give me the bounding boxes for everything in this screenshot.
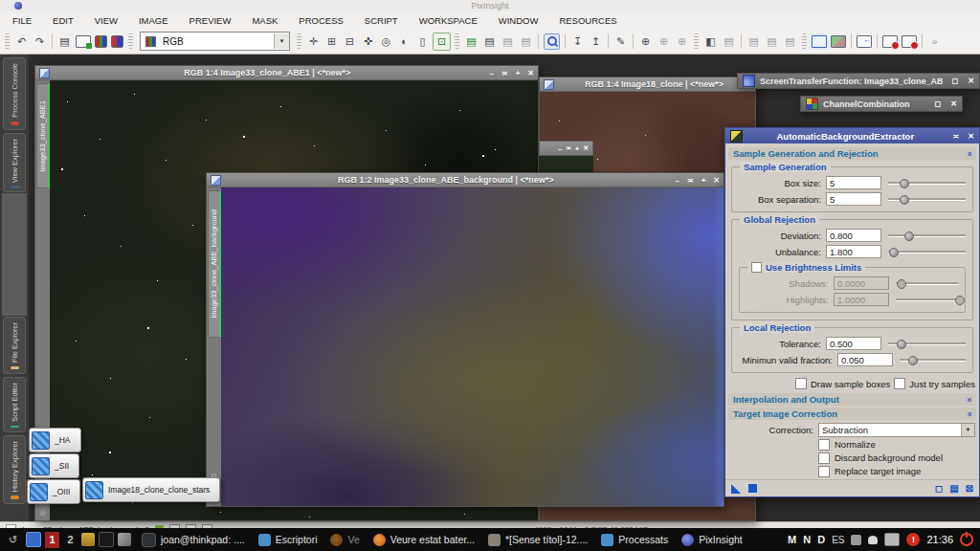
- close-button[interactable]: ✕: [968, 77, 974, 85]
- dropdown-arrow-icon[interactable]: ▼: [274, 33, 289, 49]
- apply-button[interactable]: [748, 484, 757, 493]
- minimize-button[interactable]: –: [489, 69, 493, 77]
- close-button[interactable]: ✕: [583, 144, 589, 152]
- close-button[interactable]: ✕: [968, 132, 974, 141]
- min-valid-fraction-slider[interactable]: [898, 355, 968, 364]
- toolbar-overflow-icon[interactable]: »: [926, 33, 943, 50]
- invert-display-icon[interactable]: ◐: [396, 33, 412, 50]
- menu-item[interactable]: VIEW: [95, 15, 130, 26]
- redo-icon[interactable]: ↷: [32, 33, 48, 50]
- collapse-section-icon[interactable]: »: [964, 411, 973, 416]
- channel-combination-window[interactable]: ChannelCombination ◻ ✕: [800, 96, 963, 112]
- volume-icon[interactable]: [884, 533, 900, 546]
- view-list-icon[interactable]: ▤: [721, 33, 737, 50]
- replace-target-image-checkbox[interactable]: [818, 466, 830, 477]
- section-target-image-correction[interactable]: Target Image Correction »: [728, 408, 976, 420]
- display-channel-icon[interactable]: [111, 35, 123, 48]
- close-all-windows-icon[interactable]: [882, 35, 898, 48]
- menu-item[interactable]: RESOURCES: [559, 15, 629, 26]
- edit-history-icon[interactable]: ✎: [612, 33, 629, 50]
- draw-sample-boxes-checkbox[interactable]: [795, 378, 807, 389]
- close-button[interactable]: ✕: [527, 69, 534, 77]
- zoom-in-icon[interactable]: ⊞: [323, 33, 340, 50]
- workspace-1-button[interactable]: 1: [45, 532, 59, 548]
- dock-tab-script-editor[interactable]: Script Editor: [3, 377, 26, 432]
- menu-item[interactable]: PREVIEW: [189, 15, 244, 26]
- process-explorer-icon[interactable]: ⊕: [637, 33, 654, 50]
- task-processats[interactable]: Processats: [594, 528, 675, 551]
- readout-mode-icon[interactable]: ▯: [414, 33, 431, 50]
- stf-disable-icon[interactable]: ▤: [518, 33, 534, 50]
- archive-launcher-icon[interactable]: [81, 533, 95, 546]
- dropdown-arrow-icon[interactable]: ▼: [961, 424, 974, 436]
- keyboard-layout[interactable]: ES: [832, 535, 844, 545]
- discard-background-model-checkbox[interactable]: [818, 452, 830, 464]
- shade-button[interactable]: ≍: [687, 176, 694, 185]
- send-to-workspace-icon[interactable]: [857, 35, 872, 48]
- min-valid-fraction-input[interactable]: 0.050: [837, 353, 893, 366]
- minimize-button[interactable]: –: [558, 145, 562, 152]
- menu-item[interactable]: SCRIPT: [365, 15, 411, 26]
- task-firefox-background[interactable]: Ve: [323, 528, 366, 551]
- new-image-window-icon[interactable]: [76, 35, 91, 48]
- edit-instance-button[interactable]: ◻: [935, 483, 943, 494]
- thumbnail-image18-clone-clone-stars[interactable]: Image18_clone_clone_stars: [82, 477, 220, 502]
- deviation-slider[interactable]: [886, 231, 968, 240]
- menu-item[interactable]: MASK: [252, 15, 290, 26]
- clock[interactable]: 21:36: [926, 534, 953, 545]
- show-desktop-icon[interactable]: ↺: [5, 532, 21, 548]
- screen-stretch-monitor-icon[interactable]: [812, 35, 827, 48]
- use-brightness-limits-checkbox[interactable]: [751, 262, 762, 273]
- image-window-abe-background[interactable]: RGB 1:2 Image33_clone_ABE_background | <…: [206, 172, 724, 507]
- box-size-input[interactable]: 5: [826, 176, 881, 189]
- task-gimp[interactable]: *[Sense títol]-12....: [481, 528, 594, 551]
- center-view-icon[interactable]: ◎: [378, 33, 394, 50]
- menu-item[interactable]: WINDOW: [499, 15, 551, 26]
- undo-icon[interactable]: ↶: [13, 33, 30, 50]
- image18-titlebar[interactable]: RGB 1:4 Image18_clone | <*new*>: [540, 77, 755, 92]
- zoom-button[interactable]: +: [516, 69, 521, 77]
- unbalance-slider[interactable]: [886, 247, 968, 256]
- process-history-icon[interactable]: ⊕: [656, 33, 672, 50]
- normalize-checkbox[interactable]: [818, 439, 830, 451]
- stf-reset-icon[interactable]: ▤: [500, 33, 516, 50]
- unbalance-input[interactable]: 1.800: [826, 245, 881, 258]
- expand-section-icon[interactable]: »: [964, 397, 973, 402]
- task-firefox[interactable]: Veure estat bater...: [367, 528, 481, 551]
- background-view-tab[interactable]: Image33_clone_ABE_background: [208, 190, 221, 338]
- power-icon[interactable]: [960, 533, 973, 546]
- thumbnail-oiii[interactable]: _OIII: [27, 479, 80, 504]
- abe1-titlebar[interactable]: RGB 1:4 Image33_clone_ABE1 | <*new*> – ≍…: [35, 66, 538, 80]
- shade-button[interactable]: ≍: [566, 144, 571, 152]
- strip-icon[interactable]: ◎: [39, 509, 45, 517]
- menu-item[interactable]: FILE: [12, 15, 44, 26]
- dock-tab-view-explorer[interactable]: View Explorer: [3, 133, 26, 192]
- close-button[interactable]: ✕: [950, 99, 957, 108]
- box-size-slider[interactable]: [886, 178, 968, 187]
- dock-tab-process-console[interactable]: Process Console: [3, 57, 26, 130]
- notifications-icon[interactable]: [868, 536, 878, 544]
- menu-item[interactable]: PROCESS: [299, 15, 355, 26]
- workspace-monitor-icon[interactable]: [831, 35, 846, 48]
- collapse-section-icon[interactable]: »: [964, 151, 973, 156]
- correction-select[interactable]: Subtraction ▼: [818, 423, 975, 437]
- dock-tab-history-explorer[interactable]: History Explorer: [3, 435, 26, 504]
- close-workspace-icon[interactable]: [902, 35, 917, 48]
- new-instance-button[interactable]: [731, 484, 741, 494]
- fit-view-icon[interactable]: ✛: [305, 33, 322, 50]
- shade-button[interactable]: ≍: [953, 132, 960, 141]
- image-identifier-icon[interactable]: ▤: [56, 33, 73, 50]
- restore-button[interactable]: ◻: [935, 99, 942, 108]
- load-view-icon[interactable]: ↥: [588, 33, 604, 50]
- workspace-doc3-icon[interactable]: ▤: [782, 33, 798, 50]
- workspace-doc-icon[interactable]: ▤: [746, 33, 762, 50]
- rgb-channels-icon[interactable]: [95, 35, 107, 48]
- minimize-button[interactable]: –: [675, 176, 679, 185]
- tolerance-slider[interactable]: [886, 339, 968, 348]
- terminal-launcher-icon[interactable]: [99, 532, 114, 547]
- abe1-view-tab[interactable]: Image33_clone_ABE1: [36, 83, 50, 188]
- screenshot-launcher-icon[interactable]: [118, 533, 131, 546]
- thumbnail-sii[interactable]: _SII: [29, 453, 79, 478]
- selection-mode-icon[interactable]: ⊡: [433, 33, 451, 51]
- workspace-doc2-icon[interactable]: ▤: [764, 33, 780, 50]
